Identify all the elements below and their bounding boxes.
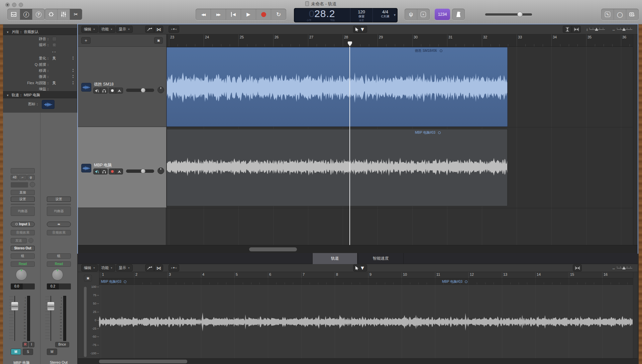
strip1-name[interactable]: MBP 电脑 xyxy=(3,360,40,364)
record-button[interactable] xyxy=(256,9,271,20)
editor-vertical-scrollbar[interactable] xyxy=(84,287,87,357)
strip2-stereo-format-button[interactable]: ∞ xyxy=(47,222,71,227)
strip2-bounce-button[interactable]: Bnce xyxy=(55,342,69,347)
strip1-output-button[interactable]: Stereo Out xyxy=(11,246,35,251)
strip1-pan-knob[interactable] xyxy=(16,269,27,280)
lcd-tempo[interactable]: 120 保留 速度 xyxy=(350,8,372,22)
vertical-zoom-slider[interactable]: ↕ xyxy=(586,26,605,33)
strip2-mute-button[interactable]: M xyxy=(47,349,57,355)
param-checkbox[interactable] xyxy=(52,37,57,41)
track-header-options-button[interactable]: ▣ xyxy=(154,37,163,44)
param-stepper[interactable]: ▲▼ xyxy=(72,68,75,74)
rewind-button[interactable]: ◀◀ xyxy=(196,9,211,20)
strip2-name[interactable]: Stereo Out xyxy=(40,360,77,364)
strip2-setting-button[interactable]: 设置 xyxy=(47,197,71,202)
lcd-position[interactable]: 028.2 小节 节拍 xyxy=(294,8,350,22)
strip1-input-button[interactable]: Input 1 xyxy=(11,222,35,227)
snap-button[interactable]: >▼< xyxy=(169,264,179,271)
fit-vertical-button[interactable] xyxy=(563,26,572,33)
track1-name[interactable]: 德胜 SM18 xyxy=(94,82,114,87)
track-lanes[interactable]: 德胜 SM18#06 MBP 电脑#03 xyxy=(166,47,633,245)
param-stepper[interactable]: ▲▼ xyxy=(72,56,75,61)
editor-pointer-tool-button[interactable]: ▼ xyxy=(353,264,367,271)
tracks-horizontal-scrollbar[interactable] xyxy=(78,245,638,253)
tab-smart-tempo[interactable]: 智能速度 xyxy=(358,253,404,264)
h-scroll-thumb[interactable] xyxy=(249,247,297,251)
v-zoom-thumb[interactable] xyxy=(595,28,598,31)
lcd-display[interactable]: 028.2 小节 节拍 120 保留 速度 4/4 C大调 ▼ xyxy=(294,8,398,22)
master-mute-button[interactable]: × xyxy=(417,9,429,20)
strip1-input-monitor-button[interactable]: I xyxy=(29,342,34,347)
editor-horizontal-scrollbar[interactable] xyxy=(78,358,638,364)
strip1-eq-slot[interactable]: 均衡器 xyxy=(11,207,35,216)
loop-browser-button[interactable]: ◯ xyxy=(614,9,626,20)
playhead[interactable] xyxy=(349,47,350,245)
strip2-volume-readout[interactable]: 0.2 xyxy=(47,283,71,289)
track2-name[interactable]: MBP 电脑 xyxy=(94,162,112,168)
fit-horizontal-button[interactable] xyxy=(573,264,582,271)
direct-monitor-button[interactable]: 直接 xyxy=(11,190,35,195)
track2-solo-button[interactable] xyxy=(101,169,107,174)
editor-waveform-area[interactable] xyxy=(99,285,633,358)
track1-icon[interactable] xyxy=(81,83,91,92)
track1-solo-button[interactable] xyxy=(101,88,107,93)
strip1-send-knob[interactable] xyxy=(28,238,33,243)
track2-mute-button[interactable] xyxy=(94,169,100,174)
insert-slot[interactable] xyxy=(11,168,35,173)
forward-button[interactable]: ▶▶ xyxy=(211,9,226,20)
strip1-volume-readout[interactable]: 0.0 xyxy=(11,283,35,289)
menu-button-0[interactable]: 编辑▼ xyxy=(81,26,98,33)
track2-record-enable-button[interactable] xyxy=(109,169,116,174)
phase-button[interactable]: φ xyxy=(27,175,35,180)
strip1-audio-fx-slot[interactable]: 音频效果 xyxy=(11,230,35,235)
editor-region-label-strip[interactable]: MBP 电脑#03 MBP 电脑#03 xyxy=(99,278,633,285)
region-inspector-header[interactable]: ▼片段： 音频默认 xyxy=(3,28,77,35)
track2-volume-thumb[interactable] xyxy=(141,169,145,173)
track2-icon[interactable] xyxy=(81,164,91,172)
track1-volume-thumb[interactable] xyxy=(141,88,145,93)
library-button[interactable] xyxy=(8,9,20,20)
strip1-group-slot[interactable]: 组 xyxy=(11,253,35,259)
strip2-fader-cap[interactable] xyxy=(47,302,55,311)
strip1-fader[interactable]: 3691215182124303540455060 xyxy=(6,296,37,341)
tracks-vertical-scrollbar[interactable] xyxy=(633,34,638,245)
track1-pan-knob[interactable] xyxy=(157,87,164,93)
menu-button-2[interactable]: 显示▼ xyxy=(116,26,133,33)
menu-button-1[interactable]: 功能▼ xyxy=(99,264,115,271)
fit-horizontal-button[interactable] xyxy=(572,26,581,33)
strip1-fader-cap[interactable] xyxy=(11,302,18,311)
strip1-sends-slot[interactable]: 发送 xyxy=(11,238,27,243)
play-button[interactable]: ▶ xyxy=(241,9,256,20)
strip2-group-slot[interactable]: 组 xyxy=(47,253,71,259)
strip1-mute-button[interactable]: M xyxy=(11,349,21,355)
cycle-button[interactable]: ↻ xyxy=(271,9,286,20)
track2-pan-knob[interactable] xyxy=(157,167,164,174)
track1-record-enable-button[interactable] xyxy=(109,88,116,93)
param-value[interactable]: - - xyxy=(52,49,56,53)
param-value[interactable]: 关 xyxy=(52,56,56,61)
mixer-button[interactable] xyxy=(58,9,70,20)
gain-field[interactable] xyxy=(11,182,28,188)
inspector-button[interactable]: i xyxy=(20,9,32,20)
phantom-48v-button[interactable]: 48 xyxy=(11,175,18,180)
strip2-pan-knob[interactable] xyxy=(52,269,63,280)
metronome-button[interactable] xyxy=(452,9,464,20)
quick-help-button[interactable]: ? xyxy=(32,9,44,20)
editors-button[interactable]: ✂ xyxy=(70,9,82,20)
count-in-button[interactable]: 1234 xyxy=(435,9,450,20)
lcd-chevron-icon[interactable]: ▼ xyxy=(393,13,396,17)
editor-ruler[interactable]: 12345678910111213141516 xyxy=(99,272,633,278)
menu-button-0[interactable]: 编辑▼ xyxy=(81,264,98,271)
track-icon-button[interactable] xyxy=(42,100,55,109)
track2-input-monitor-button[interactable] xyxy=(116,169,123,174)
list-editors-button[interactable]: ✎ xyxy=(602,9,614,20)
strip2-audio-fx-slot[interactable]: 音频效果 xyxy=(47,230,71,235)
track1-input-monitor-button[interactable] xyxy=(116,88,123,93)
menu-button-2[interactable]: 显示▼ xyxy=(116,264,133,271)
editor-options-button[interactable]: ▣ xyxy=(84,275,92,281)
automation-button[interactable] xyxy=(145,26,154,33)
track-inspector-header[interactable]: ▼轨道： MBP 电脑 xyxy=(3,91,77,98)
strip1-setting-button[interactable]: 设置 xyxy=(11,197,35,202)
audio-region-track1[interactable]: 德胜 SM18#06 xyxy=(167,47,508,127)
automation-button[interactable] xyxy=(145,264,154,271)
